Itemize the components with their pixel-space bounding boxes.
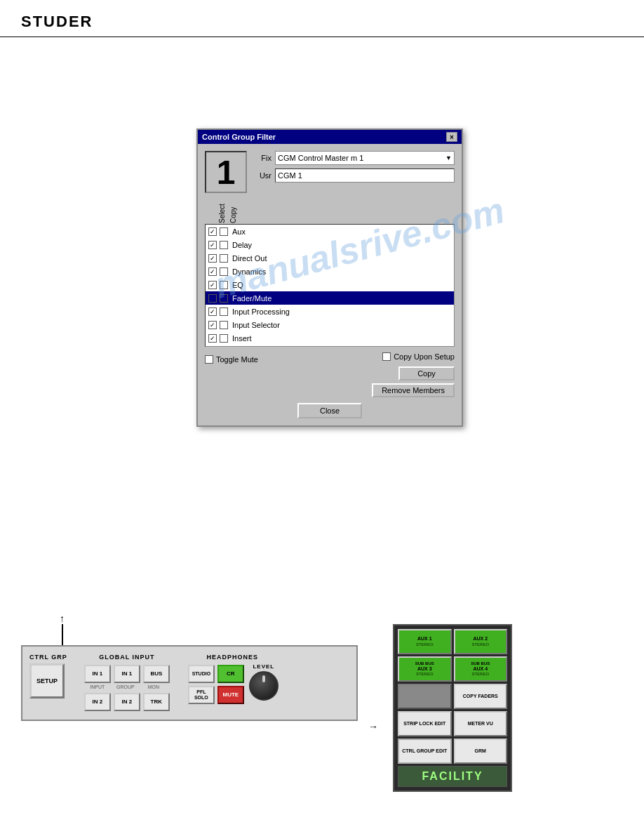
- copy-check-dynamics[interactable]: [220, 267, 228, 276]
- bus-button[interactable]: BUS: [143, 665, 170, 683]
- hp-row-1: STUDIO CR: [187, 663, 246, 684]
- right-buttons: Copy Upon Setup Copy Remove Members: [372, 352, 455, 397]
- select-check-inputproc[interactable]: [208, 307, 217, 316]
- copy-upon-setup-label: Copy Upon Setup: [394, 352, 455, 361]
- copy-check-inputsel[interactable]: [220, 321, 228, 329]
- select-check-aux[interactable]: [208, 227, 217, 236]
- aux1-button[interactable]: AUX 1 STEREO: [398, 629, 452, 654]
- headphones-section: HEADPHONES STUDIO CR PFL SOLO MUTE: [187, 654, 279, 706]
- select-col-header: Select: [216, 199, 227, 223]
- aux3-button[interactable]: SUB BUS AUX 3 STEREO: [398, 656, 452, 682]
- item-label-insert: Insert: [232, 334, 252, 343]
- list-item[interactable]: Dynamics: [206, 265, 454, 278]
- strip-lock-edit-label: STRIP LOCK EDIT: [403, 721, 445, 727]
- select-check-eq[interactable]: [208, 281, 217, 289]
- sub-labels-row1: INPUT GROUP MON: [84, 684, 170, 689]
- list-item[interactable]: Insert: [206, 331, 454, 345]
- right-panel-wrapper: → AUX 1 STEREO AUX 2 STEREO SUB BUS AUX …: [393, 624, 512, 792]
- facility-grid-4: STRIP LOCK EDIT METER VU: [398, 711, 507, 736]
- copy-check-delay[interactable]: [220, 241, 228, 249]
- close-button[interactable]: Close: [297, 403, 362, 418]
- copy-faders-label: COPY FADERS: [463, 694, 498, 699]
- meter-vu-button[interactable]: METER VU: [454, 711, 508, 736]
- in1-input-button[interactable]: IN 1: [84, 665, 111, 683]
- facility-label: FACILITY: [398, 766, 507, 787]
- aux4-sub-bus: SUB BUS: [471, 661, 490, 666]
- list-item-selected[interactable]: Fader/Mute: [206, 291, 454, 305]
- empty-btn-1[interactable]: [398, 684, 452, 709]
- list-item[interactable]: Input Selector: [206, 318, 454, 331]
- pfl-solo-button[interactable]: PFL SOLO: [188, 686, 215, 704]
- grm-button[interactable]: GRM: [454, 739, 508, 764]
- dialog-close-icon[interactable]: ×: [446, 132, 457, 142]
- copy-upon-setup-row: Copy Upon Setup: [382, 352, 455, 361]
- list-item[interactable]: Pan: [206, 345, 454, 346]
- copy-faders-button[interactable]: COPY FADERS: [454, 684, 508, 709]
- facility-grid-3: COPY FADERS: [398, 684, 507, 709]
- copy-col-header: Copy: [227, 199, 239, 223]
- select-check-delay[interactable]: [208, 241, 217, 249]
- select-check-fadermute[interactable]: [208, 294, 217, 303]
- copy-check-directout[interactable]: [220, 254, 228, 263]
- select-check-inputsel[interactable]: [208, 321, 217, 329]
- usr-input[interactable]: [275, 168, 455, 183]
- facility-grid-top: AUX 1 STEREO AUX 2 STEREO: [398, 629, 507, 654]
- level-knob-container: LEVEL: [249, 663, 279, 701]
- toggle-mute-checkbox[interactable]: [205, 355, 213, 364]
- aux4-label: AUX 4: [473, 666, 488, 672]
- mon-sub-label: MON: [140, 684, 167, 689]
- item-label-directout: Direct Out: [232, 254, 267, 263]
- select-check-insert[interactable]: [208, 334, 217, 343]
- copy-check-eq[interactable]: [220, 281, 228, 289]
- dialog-titlebar: Control Group Filter ×: [198, 130, 462, 144]
- aux4-button[interactable]: SUB BUS AUX 4 STEREO: [454, 656, 508, 682]
- ctrl-group-edit-button[interactable]: CTRL GROUP EDIT: [398, 739, 452, 764]
- trk-button[interactable]: TRK: [143, 693, 170, 711]
- list-item[interactable]: Delay: [206, 238, 454, 251]
- remove-members-button[interactable]: Remove Members: [372, 383, 455, 397]
- copy-upon-setup-checkbox[interactable]: [382, 352, 391, 361]
- list-item[interactable]: EQ: [206, 278, 454, 291]
- fields-section: Fix CGM Control Master m 1 ▼ Usr: [254, 151, 455, 183]
- global-input-section: GLOBAL INPUT IN 1 IN 1 BUS INPUT GROUP M…: [83, 654, 171, 713]
- item-label-fadermute: Fader/Mute: [232, 294, 271, 303]
- content: manualsrive.com Control Group Filter × 1…: [0, 44, 644, 72]
- copy-check-fadermute[interactable]: [220, 294, 228, 303]
- in2-group-button[interactable]: IN 2: [114, 693, 140, 711]
- in1-group-button[interactable]: IN 1: [114, 665, 140, 683]
- item-label-inputproc: Input Processing: [232, 307, 290, 316]
- setup-button[interactable]: SETUP: [29, 663, 65, 699]
- list-item[interactable]: Aux: [206, 225, 454, 238]
- column-headers: Select Copy: [205, 199, 455, 223]
- header: STUDER: [0, 0, 644, 37]
- hp-row-2: PFL SOLO MUTE: [187, 684, 246, 706]
- checklist-scroll[interactable]: Aux Delay Direct Out: [206, 225, 454, 346]
- aux2-label: AUX 2: [473, 636, 488, 642]
- copy-check-inputproc[interactable]: [220, 307, 228, 316]
- copy-check-aux[interactable]: [220, 227, 228, 236]
- arrow-right-indicator: →: [368, 721, 378, 732]
- cr-button[interactable]: CR: [217, 665, 244, 683]
- meter-vu-label: METER VU: [468, 721, 493, 727]
- list-item[interactable]: Direct Out: [206, 251, 454, 265]
- select-check-directout[interactable]: [208, 254, 217, 263]
- in2-input-button[interactable]: IN 2: [84, 693, 111, 711]
- level-knob[interactable]: [249, 671, 279, 701]
- studer-logo: STUDER: [21, 13, 623, 31]
- usr-label: Usr: [254, 171, 271, 180]
- mute-button[interactable]: MUTE: [217, 686, 244, 704]
- fix-dropdown[interactable]: CGM Control Master m 1 ▼: [275, 151, 455, 165]
- list-item[interactable]: Input Processing: [206, 305, 454, 318]
- studio-button[interactable]: STUDIO: [188, 665, 215, 683]
- strip-lock-edit-button[interactable]: STRIP LOCK EDIT: [398, 711, 452, 736]
- fix-label: Fix: [254, 154, 271, 162]
- fix-field-row: Fix CGM Control Master m 1 ▼: [254, 151, 455, 165]
- select-check-dynamics[interactable]: [208, 267, 217, 276]
- group-sub-label: GROUP: [112, 684, 139, 689]
- copy-check-insert[interactable]: [220, 334, 228, 343]
- aux2-button[interactable]: AUX 2 STEREO: [454, 629, 508, 654]
- aux2-sub: STEREO: [471, 642, 489, 647]
- ctrl-grp-label: CTRL GRP: [29, 654, 67, 661]
- usr-field-row: Usr: [254, 168, 455, 183]
- copy-button[interactable]: Copy: [398, 366, 455, 380]
